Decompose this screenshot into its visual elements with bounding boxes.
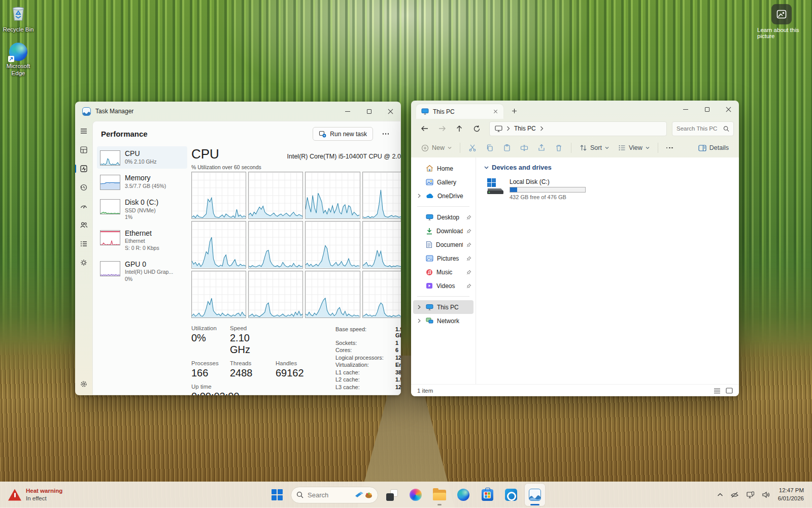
sidebar-item-music[interactable]: Music (413, 265, 473, 279)
cpu-core-grid (191, 172, 401, 318)
search-input[interactable] (676, 125, 720, 132)
task-manager-button[interactable] (525, 484, 545, 506)
forward-button[interactable] (434, 121, 450, 136)
back-button[interactable] (417, 121, 432, 136)
performance-icon[interactable] (79, 164, 89, 174)
microsoft-store-button[interactable] (477, 484, 497, 506)
copy-button[interactable] (482, 141, 498, 155)
up-button[interactable] (452, 121, 467, 136)
maximize-button[interactable] (358, 103, 380, 120)
performance-list: CPU0% 2.10 GHz Memory3.5/7.7 GB (45%) Di… (97, 146, 187, 395)
copilot-button[interactable] (405, 484, 426, 506)
perf-item-ethernet[interactable]: EthernetEthernetS: 0 R: 0 Kbps (97, 226, 187, 255)
details-pane-icon (698, 145, 706, 151)
see-more-button[interactable] (662, 144, 677, 152)
taskbar-search-input[interactable] (308, 491, 351, 499)
users-icon[interactable] (79, 220, 89, 230)
task-manager-titlebar[interactable]: Task Manager (75, 102, 401, 121)
core-chart (362, 221, 401, 268)
desktop-icon-recycle-bin[interactable]: Recycle Bin (0, 4, 37, 33)
file-explorer-button[interactable] (429, 484, 450, 506)
maximize-button[interactable] (696, 101, 718, 118)
drive-free-text: 432 GB free of 476 GB (510, 194, 586, 200)
run-new-task-button[interactable]: Run new task (313, 127, 373, 141)
sort-button[interactable]: Sort (576, 141, 613, 154)
breadcrumb[interactable]: This PC (514, 125, 536, 132)
large-icons-view-icon[interactable] (726, 388, 733, 394)
new-button[interactable]: New (417, 141, 456, 155)
cpu-model: Intel(R) Core(TM) i5-10400T CPU @ 2.00GH… (287, 153, 401, 162)
sidebar-item-this-pc[interactable]: This PC (413, 300, 473, 314)
details-view-icon[interactable] (714, 388, 721, 394)
network-tray-icon[interactable] (743, 486, 757, 504)
minimize-button[interactable] (675, 101, 696, 118)
tray-time: 12:47 PM (778, 487, 804, 495)
edge-button[interactable] (453, 484, 473, 506)
minimize-button[interactable] (337, 103, 358, 120)
sidebar-item-pictures[interactable]: Pictures (413, 251, 473, 265)
learn-about-picture[interactable]: Learn about this picture (757, 4, 806, 39)
sidebar-item-onedrive[interactable]: OneDrive (413, 189, 473, 203)
weather-widget[interactable]: Heat warning In effect (3, 482, 67, 508)
page-title: Performance (101, 130, 148, 138)
sidebar-item-videos[interactable]: Videos (413, 279, 473, 293)
perf-item-cpu[interactable]: CPU0% 2.10 GHz (97, 146, 187, 169)
tab-this-pc[interactable]: This PC (416, 104, 503, 119)
tab-close-icon[interactable] (491, 108, 499, 116)
privacy-indicator-icon[interactable] (728, 486, 741, 504)
start-button[interactable] (267, 484, 287, 506)
settings-gear-icon[interactable] (79, 379, 89, 389)
search-icon (296, 491, 303, 498)
chart-axis-label: % Utilization over 60 seconds (191, 164, 261, 170)
cpu-heading: CPU (191, 146, 219, 162)
startup-apps-icon[interactable] (79, 201, 89, 211)
view-button[interactable]: View (614, 141, 654, 154)
new-tab-button[interactable] (509, 106, 520, 116)
sidebar-item-home[interactable]: Home (413, 162, 473, 175)
share-button[interactable] (533, 141, 550, 155)
processes-icon[interactable] (79, 145, 89, 155)
details-icon[interactable] (79, 239, 89, 249)
address-bar[interactable]: This PC (489, 121, 667, 136)
processes-value: 166 (191, 367, 223, 379)
group-header-devices[interactable]: Devices and drives (484, 164, 731, 171)
close-button[interactable] (380, 103, 401, 120)
close-button[interactable] (718, 101, 739, 118)
outlook-button[interactable] (501, 484, 521, 506)
perf-item-memory[interactable]: Memory3.5/7.7 GB (45%) (97, 171, 187, 193)
core-chart (191, 221, 246, 268)
taskbar-search[interactable] (291, 487, 378, 503)
sidebar-item-downloads[interactable]: Downloads (413, 224, 473, 238)
search-box[interactable] (672, 121, 734, 136)
clock[interactable]: 12:47 PM 6/01/2026 (775, 487, 807, 502)
ethernet-mini-chart (100, 230, 120, 245)
services-icon[interactable] (79, 258, 89, 268)
drive-usage-fill (510, 187, 517, 192)
sidebar-item-gallery[interactable]: Gallery (413, 175, 473, 189)
desktop-icon-edge[interactable]: Microsoft Edge (0, 43, 37, 77)
task-view-button[interactable] (382, 484, 402, 506)
app-history-icon[interactable] (79, 182, 89, 193)
task-manager-app-icon (82, 107, 91, 116)
more-options-button[interactable] (378, 128, 393, 141)
refresh-button[interactable] (469, 121, 484, 136)
taskbar: Heat warning In effect (0, 482, 812, 508)
perf-item-gpu[interactable]: GPU 0Intel(R) UHD Grap...0% (97, 257, 187, 286)
sidebar-item-documents[interactable]: Documents (413, 238, 473, 251)
menu-icon[interactable] (79, 126, 89, 136)
pin-icon (466, 242, 471, 247)
cut-button[interactable] (464, 141, 481, 155)
sidebar-item-network[interactable]: Network (413, 314, 473, 328)
paste-icon (503, 144, 511, 152)
perf-item-disk[interactable]: Disk 0 (C:)SSD (NVMe)1% (97, 195, 187, 224)
volume-icon[interactable] (759, 486, 773, 504)
details-pane-button[interactable]: Details (694, 141, 733, 154)
hidden-icons-chevron[interactable] (715, 486, 726, 504)
view-icon (618, 144, 626, 151)
paste-button[interactable] (499, 141, 515, 155)
rename-button[interactable] (516, 141, 532, 155)
sidebar-item-desktop[interactable]: Desktop (413, 210, 473, 224)
drive-local-disk-c[interactable]: Local Disk (C:) 432 GB free of 476 GB (484, 176, 593, 202)
delete-button[interactable] (551, 141, 567, 155)
store-icon (482, 489, 493, 501)
